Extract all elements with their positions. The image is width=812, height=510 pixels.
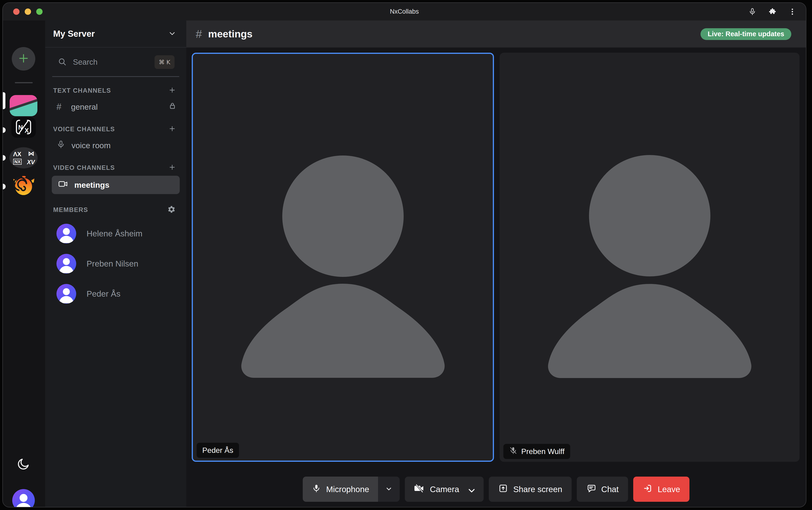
- leave-button[interactable]: Leave: [633, 477, 690, 502]
- chevron-down-icon[interactable]: [467, 485, 474, 493]
- participant-name: Preben Wulff: [521, 447, 564, 456]
- chat-button[interactable]: Chat: [577, 477, 628, 502]
- section-label: VOICE CHANNELS: [53, 125, 115, 133]
- members-list: Helene Åsheim Preben Nilsen Peder Ås: [45, 219, 186, 309]
- main-area: # meetings Live: Real-time updates Peder…: [186, 21, 806, 507]
- microphone-dropdown-button[interactable]: [378, 477, 400, 502]
- plus-icon[interactable]: [168, 164, 176, 172]
- chat-label: Chat: [601, 485, 619, 494]
- chevron-down-icon: [168, 29, 176, 38]
- member-name: Preben Nilsen: [87, 259, 138, 268]
- member-row[interactable]: Preben Nilsen: [45, 249, 186, 279]
- add-server-button[interactable]: [12, 47, 35, 70]
- text-channels-section-header: TEXT CHANNELS: [45, 86, 186, 95]
- silhouette-head: [282, 155, 404, 277]
- svg-text:N: N: [18, 124, 23, 131]
- theme-toggle-button[interactable]: [17, 457, 30, 471]
- silhouette-shoulders: [238, 284, 447, 378]
- server-header[interactable]: My Server: [45, 21, 186, 48]
- share-screen-label: Share screen: [513, 485, 562, 494]
- live-status-badge: Live: Real-time updates: [700, 28, 791, 40]
- channel-sidebar: My Server Search ⌘ K TEXT CHANNELS: [45, 21, 186, 507]
- unread-dot: [3, 155, 6, 161]
- plus-icon[interactable]: [168, 86, 176, 95]
- search-icon: [57, 57, 67, 67]
- moon-icon: [17, 468, 30, 472]
- section-label: MEMBERS: [53, 206, 88, 214]
- chevron-down-icon: [385, 485, 393, 493]
- video-stage: Peder Ås: [192, 53, 800, 462]
- microphone-icon[interactable]: [748, 7, 756, 16]
- server-icon-nx[interactable]: N X: [11, 117, 36, 138]
- hash-icon: #: [196, 28, 202, 40]
- silhouette-shoulders: [545, 284, 754, 378]
- lock-icon: [168, 102, 177, 112]
- participant-name: Peder Ås: [202, 446, 233, 455]
- gear-icon[interactable]: [167, 205, 176, 215]
- section-label: VIDEO CHANNELS: [53, 164, 115, 171]
- microphone-button[interactable]: Microphone: [303, 477, 378, 502]
- microphone-icon: [312, 484, 321, 495]
- person-icon: [12, 489, 35, 507]
- user-avatar[interactable]: [12, 489, 35, 507]
- unread-dot: [3, 127, 6, 133]
- microphone-off-icon: [509, 446, 518, 457]
- sidebar-item-voice-room[interactable]: voice room: [45, 137, 186, 154]
- video-tile-preben[interactable]: Preben Wulff: [500, 53, 800, 462]
- kebab-menu-icon[interactable]: [788, 7, 796, 16]
- person-icon: [56, 254, 76, 274]
- microphone-button-group: Microphone: [303, 477, 400, 502]
- members-section-header: MEMBERS: [45, 205, 186, 215]
- sidebar-item-meetings[interactable]: meetings: [52, 176, 180, 194]
- member-row[interactable]: Helene Åsheim: [45, 219, 186, 249]
- avatar: [56, 254, 76, 274]
- microphone-icon: [56, 140, 65, 151]
- leave-call-icon: [643, 483, 652, 495]
- server-name: My Server: [53, 29, 95, 39]
- search-input[interactable]: Search ⌘ K: [45, 54, 186, 70]
- page-title: meetings: [208, 28, 253, 40]
- camera-button[interactable]: Camera: [405, 477, 483, 502]
- section-label: TEXT CHANNELS: [53, 87, 111, 94]
- nx-logo: N X: [12, 118, 35, 137]
- screen-share-icon: [498, 483, 508, 495]
- plus-icon: [18, 53, 29, 65]
- divider: [52, 76, 179, 77]
- titlebar: NxCollabs: [3, 3, 806, 21]
- server-icon-design[interactable]: [10, 95, 37, 116]
- server-icon-nx-collage[interactable]: ΛX ⋈ NX XV: [9, 147, 38, 168]
- member-row[interactable]: Peder Ås: [45, 279, 186, 309]
- call-controls: Microphone: [186, 477, 806, 502]
- video-tile-peder[interactable]: Peder Ås: [192, 53, 494, 462]
- sidebar-item-general[interactable]: # general: [45, 98, 186, 115]
- member-name: Helene Åsheim: [87, 229, 142, 238]
- channel-name: meetings: [74, 180, 109, 190]
- participant-name-label: Preben Wulff: [503, 444, 570, 459]
- extensions-puzzle-icon[interactable]: [768, 7, 777, 16]
- channel-header: # meetings Live: Real-time updates: [186, 21, 806, 48]
- avatar: [56, 224, 76, 244]
- active-server-indicator: [3, 92, 5, 109]
- grafana-flame-logo: [13, 176, 34, 197]
- svg-text:X: X: [25, 127, 29, 134]
- participant-name-label: Peder Ås: [197, 443, 239, 458]
- plus-icon[interactable]: [168, 125, 176, 133]
- search-placeholder: Search: [73, 58, 154, 66]
- video-channels-section-header: VIDEO CHANNELS: [45, 164, 186, 172]
- app-title: NxCollabs: [3, 3, 806, 21]
- leave-label: Leave: [658, 485, 680, 494]
- channel-name: general: [71, 102, 97, 112]
- camera-off-icon: [414, 483, 425, 495]
- rail-divider: [15, 82, 33, 83]
- voice-channels-section-header: VOICE CHANNELS: [45, 125, 186, 133]
- search-shortcut-badge: ⌘ K: [154, 55, 175, 69]
- avatar: [56, 284, 76, 304]
- app-window: NxCollabs: [2, 2, 806, 507]
- share-screen-button[interactable]: Share screen: [489, 477, 572, 502]
- channel-name: voice room: [71, 141, 111, 150]
- silhouette-head: [589, 155, 710, 276]
- nx-collage-logo: ΛX ⋈ NX XV: [9, 147, 38, 168]
- unread-dot: [3, 184, 6, 189]
- server-icon-grafana[interactable]: [10, 176, 37, 197]
- chat-bubble-icon: [586, 483, 596, 495]
